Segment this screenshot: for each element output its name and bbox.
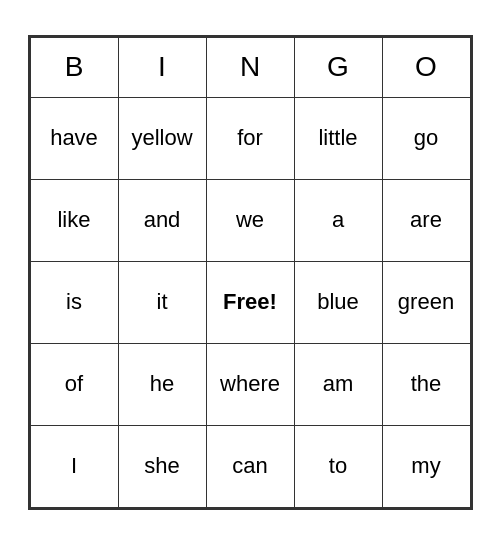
table-cell: where [206,343,294,425]
header-row: B I N G O [30,37,470,97]
table-cell: my [382,425,470,507]
col-g: G [294,37,382,97]
table-row: Ishecantomy [30,425,470,507]
table-row: isitFree!bluegreen [30,261,470,343]
table-cell: can [206,425,294,507]
table-cell: he [118,343,206,425]
table-cell: is [30,261,118,343]
bingo-body: haveyellowforlittlegolikeandweaareisitFr… [30,97,470,507]
table-cell: I [30,425,118,507]
col-o: O [382,37,470,97]
table-cell: we [206,179,294,261]
table-cell: yellow [118,97,206,179]
table-cell: a [294,179,382,261]
table-cell: are [382,179,470,261]
table-cell: to [294,425,382,507]
table-cell: green [382,261,470,343]
table-cell: she [118,425,206,507]
table-cell: am [294,343,382,425]
col-i: I [118,37,206,97]
table-cell: blue [294,261,382,343]
table-cell: the [382,343,470,425]
table-cell: and [118,179,206,261]
col-b: B [30,37,118,97]
table-row: likeandweaare [30,179,470,261]
table-cell: of [30,343,118,425]
table-cell: have [30,97,118,179]
table-cell: little [294,97,382,179]
table-cell: for [206,97,294,179]
table-cell: like [30,179,118,261]
table-cell: Free! [206,261,294,343]
table-row: haveyellowforlittlego [30,97,470,179]
table-cell: go [382,97,470,179]
table-row: ofhewhereamthe [30,343,470,425]
bingo-card: B I N G O haveyellowforlittlegolikeandwe… [28,35,473,510]
table-cell: it [118,261,206,343]
col-n: N [206,37,294,97]
bingo-table: B I N G O haveyellowforlittlegolikeandwe… [30,37,471,508]
